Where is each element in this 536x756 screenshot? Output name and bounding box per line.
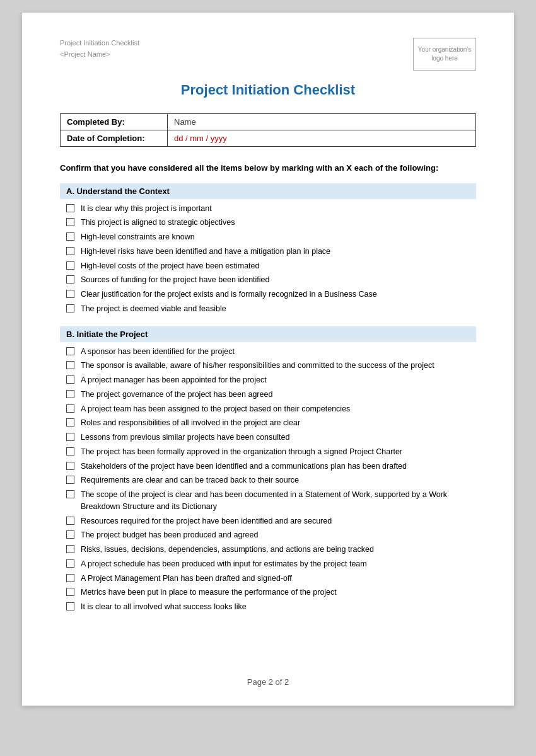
checkbox[interactable] bbox=[66, 559, 74, 568]
checklist-item-text: High-level risks have been identified an… bbox=[81, 246, 476, 258]
checklist-item: A Project Management Plan has been draft… bbox=[60, 571, 476, 586]
checklist-item: This project is aligned to strategic obj… bbox=[60, 215, 476, 230]
logo-placeholder: Your organization's logo here bbox=[413, 38, 476, 71]
checklist-item: Requirements are clear and can be traced… bbox=[60, 473, 476, 488]
checklist-item-text: Clear justification for the project exis… bbox=[81, 289, 476, 301]
page-header: Project Initiation Checklist <Project Na… bbox=[60, 38, 476, 71]
checklist-item-text: High-level constraints are known bbox=[81, 231, 476, 243]
checklist-item-text: Sources of funding for the project have … bbox=[81, 274, 476, 286]
section-a: A. Understand the ContextIt is clear why… bbox=[60, 183, 476, 316]
checklist-item-text: The project has been formally approved i… bbox=[81, 446, 476, 458]
completed-by-value: Name bbox=[168, 114, 476, 130]
checkbox[interactable] bbox=[66, 418, 74, 427]
checklist-item-text: A sponsor has been identified for the pr… bbox=[81, 346, 476, 358]
checklist-item-text: Metrics have been put in place to measur… bbox=[81, 587, 476, 598]
checkbox[interactable] bbox=[66, 275, 74, 284]
checklist-item-text: A project schedule has been produced wit… bbox=[81, 558, 476, 570]
date-label: Date of Completion: bbox=[61, 130, 168, 147]
checklist-item: High-level risks have been identified an… bbox=[60, 244, 476, 259]
checklist-item: Stakeholders of the project have been id… bbox=[60, 459, 476, 474]
checkbox[interactable] bbox=[66, 304, 74, 312]
checklist-item: Sources of funding for the project have … bbox=[60, 273, 476, 287]
checkbox[interactable] bbox=[66, 232, 74, 241]
document-page: Project Initiation Checklist <Project Na… bbox=[22, 13, 514, 706]
instruction-text: Confirm that you have considered all the… bbox=[60, 162, 476, 175]
date-value-text: dd / mm / yyyy bbox=[174, 134, 227, 143]
checklist-item: The project budget has been produced and… bbox=[60, 528, 476, 542]
checklist-item-text: The scope of the project is clear and ha… bbox=[81, 489, 476, 513]
checklist-item-text: It is clear why this project is importan… bbox=[81, 203, 476, 215]
checklist-item: High-level costs of the project have bee… bbox=[60, 259, 476, 273]
section-header-b: B. Initiate the Project bbox=[60, 326, 476, 342]
checklist-item-text: This project is aligned to strategic obj… bbox=[81, 217, 476, 229]
page-title: Project Initiation Checklist bbox=[60, 82, 476, 98]
section-header-a: A. Understand the Context bbox=[60, 183, 476, 199]
checkbox[interactable] bbox=[66, 447, 74, 455]
checklist-item: Risks, issues, decisions, dependencies, … bbox=[60, 542, 476, 557]
checklist-item: Lessons from previous similar projects h… bbox=[60, 430, 476, 445]
checklist-item-text: Lessons from previous similar projects h… bbox=[81, 432, 476, 444]
completed-by-row: Completed By: Name bbox=[61, 114, 476, 130]
checkbox[interactable] bbox=[66, 490, 74, 498]
checklist-item: A project schedule has been produced wit… bbox=[60, 557, 476, 571]
checklist-item: A sponsor has been identified for the pr… bbox=[60, 345, 476, 359]
checklist-item-text: A Project Management Plan has been draft… bbox=[81, 573, 476, 585]
checklist-item: Resources required for the project have … bbox=[60, 514, 476, 529]
checkbox[interactable] bbox=[66, 204, 74, 212]
checklist-item-text: Risks, issues, decisions, dependencies, … bbox=[81, 544, 476, 556]
completed-by-label: Completed By: bbox=[61, 114, 168, 130]
checklist-item: It is clear why this project is importan… bbox=[60, 202, 476, 216]
checkbox[interactable] bbox=[66, 261, 74, 270]
checkbox[interactable] bbox=[66, 361, 74, 369]
checkbox[interactable] bbox=[66, 347, 74, 355]
checklist-item-text: A project team has been assigned to the … bbox=[81, 403, 476, 415]
checklist-item-text: Requirements are clear and can be traced… bbox=[81, 474, 476, 486]
checkbox[interactable] bbox=[66, 290, 74, 298]
checklist-item: The scope of the project is clear and ha… bbox=[60, 488, 476, 514]
checklist-item-text: High-level costs of the project have bee… bbox=[81, 260, 476, 272]
checklist-item-text: Stakeholders of the project have been id… bbox=[81, 461, 476, 472]
checklist-item-text: The project is deemed viable and feasibl… bbox=[81, 303, 476, 315]
checklist-item: Metrics have been put in place to measur… bbox=[60, 585, 476, 600]
info-table: Completed By: Name Date of Completion: d… bbox=[60, 113, 476, 147]
header-left: Project Initiation Checklist <Project Na… bbox=[60, 38, 139, 60]
checklist-item: The project is deemed viable and feasibl… bbox=[60, 302, 476, 316]
checklist-item: The sponsor is available, aware of his/h… bbox=[60, 358, 476, 373]
checkbox[interactable] bbox=[66, 588, 74, 596]
checkbox[interactable] bbox=[66, 462, 74, 470]
section-b: B. Initiate the ProjectA sponsor has bee… bbox=[60, 326, 476, 614]
checkbox[interactable] bbox=[66, 530, 74, 539]
checkbox[interactable] bbox=[66, 476, 74, 484]
checklist-item-text: Resources required for the project have … bbox=[81, 515, 476, 527]
checklist-item: A project manager has been appointed for… bbox=[60, 373, 476, 387]
checkbox[interactable] bbox=[66, 574, 74, 582]
checklist-item: Clear justification for the project exis… bbox=[60, 287, 476, 302]
checkbox[interactable] bbox=[66, 218, 74, 226]
checklist-item: The project has been formally approved i… bbox=[60, 445, 476, 459]
checkbox[interactable] bbox=[66, 390, 74, 398]
checkbox[interactable] bbox=[66, 517, 74, 525]
checklist-item: The project governance of the project ha… bbox=[60, 387, 476, 402]
checklist-item: A project team has been assigned to the … bbox=[60, 402, 476, 416]
sections-container: A. Understand the ContextIt is clear why… bbox=[60, 183, 476, 614]
checkbox[interactable] bbox=[66, 404, 74, 413]
checklist-item: Roles and responsibilities of all involv… bbox=[60, 416, 476, 430]
header-doc-title: Project Initiation Checklist bbox=[60, 39, 139, 47]
checklist-item-text: The sponsor is available, aware of his/h… bbox=[81, 360, 476, 372]
checkbox[interactable] bbox=[66, 602, 74, 610]
checkbox[interactable] bbox=[66, 375, 74, 384]
date-row: Date of Completion: dd / mm / yyyy bbox=[61, 130, 476, 147]
checkbox[interactable] bbox=[66, 433, 74, 441]
page-footer: Page 2 of 2 bbox=[22, 677, 514, 687]
date-value: dd / mm / yyyy bbox=[168, 130, 476, 147]
checklist-item-text: It is clear to all involved what success… bbox=[81, 601, 476, 613]
checkbox[interactable] bbox=[66, 247, 74, 255]
checklist-item-text: A project manager has been appointed for… bbox=[81, 374, 476, 386]
checklist-item-text: Roles and responsibilities of all involv… bbox=[81, 417, 476, 429]
checklist-item: High-level constraints are known bbox=[60, 230, 476, 244]
checklist-item: It is clear to all involved what success… bbox=[60, 600, 476, 614]
checklist-item-text: The project budget has been produced and… bbox=[81, 529, 476, 541]
checklist-item-text: The project governance of the project ha… bbox=[81, 389, 476, 401]
checkbox[interactable] bbox=[66, 545, 74, 553]
header-project-name: <Project Name> bbox=[60, 50, 110, 58]
